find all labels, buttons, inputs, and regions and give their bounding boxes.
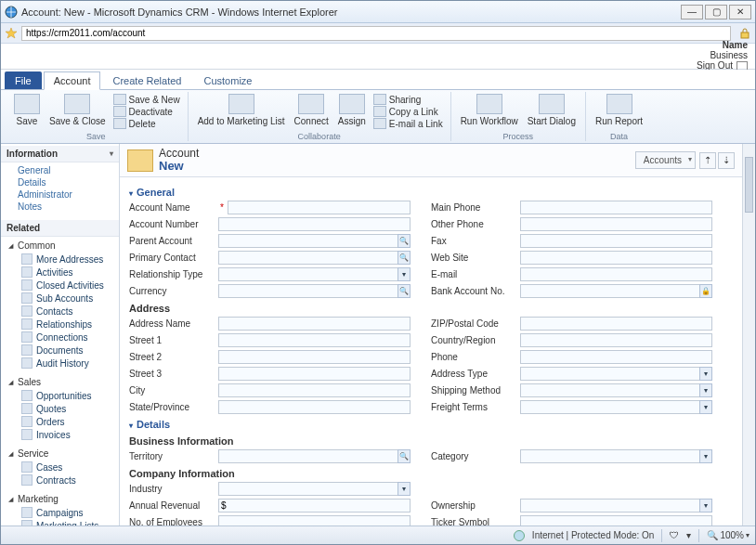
nav-opportunities[interactable]: Opportunities (8, 389, 119, 402)
lookup-icon[interactable]: 🔍 (398, 449, 411, 463)
tab-create-related[interactable]: Create Related (102, 71, 191, 89)
website-input[interactable] (520, 251, 712, 265)
chevron-down-icon[interactable]: ▾ (398, 482, 411, 496)
group-sales[interactable]: ◢Sales (8, 375, 119, 389)
parent-account-input[interactable] (218, 234, 411, 248)
deactivate-button[interactable]: Deactivate (113, 106, 180, 117)
account-name-input[interactable] (228, 201, 411, 214)
nav-details[interactable]: Details (8, 176, 119, 188)
tab-file[interactable]: File (5, 71, 42, 89)
nav-activities[interactable]: Activities (8, 266, 119, 279)
add-marketing-button[interactable]: Add to Marketing List (194, 92, 289, 128)
street3-input[interactable] (218, 367, 411, 381)
nav-general[interactable]: General (8, 164, 119, 176)
account-number-input[interactable] (218, 217, 411, 231)
bank-account-input[interactable] (520, 284, 712, 298)
run-report-button[interactable]: Run Report (592, 92, 646, 128)
main-phone-input[interactable] (520, 201, 712, 214)
state-input[interactable] (218, 400, 411, 414)
nav-administrator[interactable]: Administrator (8, 188, 119, 201)
nav-more-addresses[interactable]: More Addresses (8, 253, 119, 266)
chevron-down-icon[interactable]: ▾ (699, 449, 712, 463)
employees-input[interactable] (218, 515, 411, 526)
email-input[interactable] (520, 267, 712, 281)
zoom-control[interactable]: 🔍 100% ▾ (707, 530, 749, 540)
copy-link-button[interactable]: Copy a Link (373, 106, 443, 117)
other-phone-input[interactable] (520, 217, 712, 231)
nav-invoices[interactable]: Invoices (8, 428, 119, 441)
address-phone-input[interactable] (520, 350, 712, 364)
lookup-icon[interactable]: 🔍 (398, 284, 411, 298)
street2-input[interactable] (218, 350, 411, 364)
nav-down-button[interactable]: ⇣ (718, 152, 735, 169)
annual-revenue-input[interactable] (218, 499, 411, 513)
nav-campaigns[interactable]: Campaigns (8, 506, 119, 519)
freight-terms-select[interactable] (520, 400, 712, 414)
chevron-down-icon[interactable]: ▾ (699, 367, 712, 381)
group-common[interactable]: ◢Common (8, 239, 119, 253)
sharing-button[interactable]: Sharing (373, 94, 443, 105)
section-general[interactable]: ▾General (129, 183, 712, 200)
close-button[interactable]: ✕ (729, 5, 751, 19)
save-new-button[interactable]: Save & New (113, 94, 180, 105)
country-input[interactable] (520, 333, 712, 347)
nav-documents[interactable]: Documents (8, 344, 119, 357)
shipping-method-select[interactable] (520, 383, 712, 397)
nav-audit-history[interactable]: Audit History (8, 357, 119, 370)
tab-customize[interactable]: Customize (193, 71, 262, 89)
currency-input[interactable] (218, 284, 411, 298)
start-dialog-button[interactable]: Start Dialog (524, 92, 580, 128)
fax-input[interactable] (520, 234, 712, 248)
save-close-button[interactable]: Save & Close (46, 92, 110, 128)
section-details[interactable]: ▾Details (129, 415, 712, 432)
view-picker[interactable]: Accounts (635, 151, 696, 169)
nav-connections[interactable]: Connections (8, 331, 119, 344)
ownership-select[interactable] (520, 499, 712, 513)
chevron-down-icon[interactable]: ▾ (699, 383, 712, 397)
favorite-icon[interactable] (5, 27, 18, 40)
nav-notes[interactable]: Notes (8, 201, 119, 213)
chevron-down-icon[interactable]: ▾ (398, 267, 411, 281)
ticker-input[interactable] (520, 515, 712, 526)
email-link-button[interactable]: E-mail a Link (373, 118, 443, 129)
street1-input[interactable] (218, 333, 411, 347)
connect-button[interactable]: Connect (291, 92, 332, 128)
information-header[interactable]: Information▾ (1, 146, 119, 162)
chevron-down-icon[interactable]: ▾ (686, 530, 691, 540)
nav-up-button[interactable]: ⇡ (699, 152, 716, 169)
chevron-down-icon[interactable]: ▾ (699, 499, 712, 513)
save-button[interactable]: Save (10, 92, 44, 128)
security-icon[interactable]: 🛡 (670, 530, 679, 540)
nav-contacts[interactable]: Contacts (8, 305, 119, 318)
chevron-down-icon[interactable]: ▾ (699, 400, 712, 414)
group-service[interactable]: ◢Service (8, 447, 119, 461)
address-name-input[interactable] (218, 317, 411, 331)
nav-marketing-lists[interactable]: Marketing Lists (8, 519, 119, 526)
nav-cases[interactable]: Cases (8, 461, 119, 474)
nav-contracts[interactable]: Contracts (8, 474, 119, 487)
vertical-scrollbar[interactable] (742, 144, 755, 526)
category-select[interactable] (520, 449, 712, 463)
industry-select[interactable] (218, 482, 411, 496)
chevron-down-icon[interactable]: ▾ (746, 531, 749, 539)
nav-orders[interactable]: Orders (8, 415, 119, 428)
nav-sub-accounts[interactable]: Sub Accounts (8, 292, 119, 305)
relationship-type-select[interactable] (218, 267, 411, 281)
address-type-select[interactable] (520, 367, 712, 381)
address-input[interactable] (21, 26, 731, 41)
city-input[interactable] (218, 383, 411, 397)
lookup-icon[interactable]: 🔍 (398, 234, 411, 248)
minimize-button[interactable]: — (681, 5, 703, 19)
primary-contact-input[interactable] (218, 251, 411, 265)
maximize-button[interactable]: ▢ (705, 5, 727, 19)
group-marketing[interactable]: ◢Marketing (8, 492, 119, 506)
lookup-icon[interactable]: 🔍 (398, 251, 411, 265)
tab-account[interactable]: Account (44, 71, 101, 90)
nav-closed-activities[interactable]: Closed Activities (8, 279, 119, 292)
territory-input[interactable] (218, 449, 411, 463)
delete-button[interactable]: Delete (113, 118, 180, 129)
run-workflow-button[interactable]: Run Workflow (457, 92, 522, 128)
nav-quotes[interactable]: Quotes (8, 402, 119, 415)
zip-input[interactable] (520, 317, 712, 331)
nav-relationships[interactable]: Relationships (8, 318, 119, 331)
